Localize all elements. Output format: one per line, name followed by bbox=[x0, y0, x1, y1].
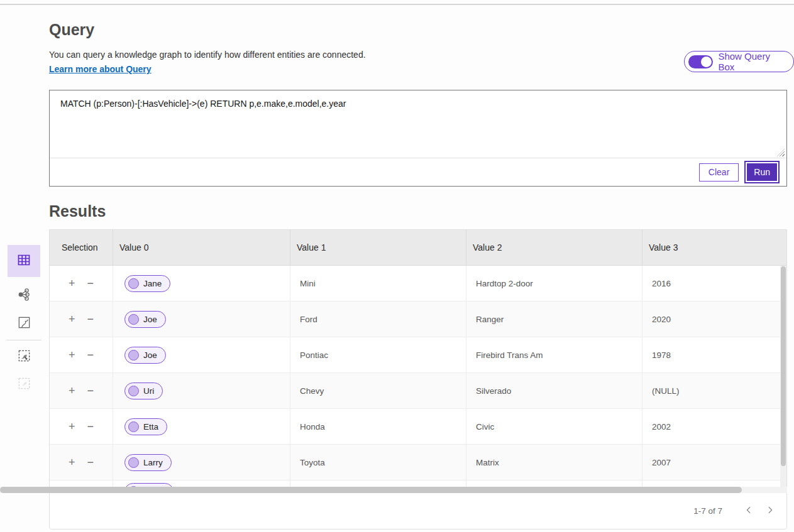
entity-dot-icon bbox=[128, 314, 139, 325]
remove-from-selection-button[interactable]: − bbox=[86, 348, 96, 362]
entity-pill-label: Jane bbox=[143, 279, 162, 288]
chevron-right-icon bbox=[765, 505, 775, 517]
previous-page-button[interactable] bbox=[741, 503, 756, 518]
horizontal-scrollbar-thumb[interactable] bbox=[0, 487, 742, 493]
map-icon bbox=[17, 315, 31, 332]
cell-value1: Ford bbox=[290, 301, 466, 337]
view-toggle-sidebar bbox=[6, 245, 41, 398]
table-row: + − Uri Chevy Silverado (NULL) bbox=[50, 373, 786, 409]
toggle-label: Show Query Box bbox=[718, 51, 785, 72]
entity-pill[interactable]: Joe bbox=[124, 347, 166, 364]
entity-pill-label: Joe bbox=[143, 350, 157, 360]
chevron-left-icon bbox=[744, 505, 754, 517]
results-table-panel: SelectionValue 0Value 1Value 2Value 3 + … bbox=[49, 229, 787, 529]
cell-value3: 1978 bbox=[642, 337, 786, 372]
entity-dot-icon bbox=[128, 278, 139, 289]
remove-from-selection-button[interactable]: − bbox=[86, 455, 96, 469]
sidebar-divider bbox=[6, 340, 41, 340]
page-title: Query bbox=[49, 21, 94, 39]
entity-dot-icon bbox=[128, 386, 139, 396]
remove-from-selection-button[interactable]: − bbox=[86, 276, 96, 290]
cell-value1: Chevy bbox=[290, 373, 466, 408]
cell-value3: 2016 bbox=[642, 266, 786, 301]
cell-value2: Silverado bbox=[466, 373, 642, 408]
entity-pill-label: Larry bbox=[143, 458, 163, 467]
entity-pill[interactable]: Etta bbox=[124, 418, 167, 435]
table-icon bbox=[16, 252, 31, 270]
entity-pill[interactable]: Jane bbox=[124, 275, 170, 292]
cell-value1: Honda bbox=[290, 409, 466, 444]
entity-dot-icon bbox=[128, 421, 139, 432]
column-header: Value 0 bbox=[113, 230, 290, 265]
query-box: MATCH (p:Person)-[:HasVehicle]->(e) RETU… bbox=[49, 90, 787, 187]
table-header-row: SelectionValue 0Value 1Value 2Value 3 bbox=[50, 230, 786, 266]
results-title: Results bbox=[49, 202, 106, 220]
entity-dot-icon bbox=[128, 457, 139, 468]
cell-value3: (NULL) bbox=[642, 373, 786, 408]
partial-row bbox=[50, 480, 786, 487]
link-chart-view-button[interactable] bbox=[8, 282, 40, 310]
page-range-label: 1-7 of 7 bbox=[693, 506, 722, 516]
clear-button[interactable]: Clear bbox=[699, 163, 739, 182]
cell-value2: Civic bbox=[466, 409, 642, 444]
show-query-box-toggle[interactable]: Show Query Box bbox=[684, 51, 794, 72]
query-footer: Clear Run bbox=[50, 158, 786, 186]
table-row: + − Larry Toyota Matrix 2007 bbox=[50, 445, 786, 480]
add-to-selection-button[interactable]: + bbox=[67, 384, 77, 398]
table-body: + − Jane Mini Hardtop 2-door 2016 + − Jo… bbox=[50, 266, 786, 480]
horizontal-scrollbar[interactable] bbox=[0, 487, 787, 493]
cell-value2: Firebird Trans Am bbox=[466, 337, 642, 372]
map-view-button[interactable] bbox=[8, 310, 40, 337]
table-row: + − Etta Honda Civic 2002 bbox=[50, 409, 786, 445]
cell-value1: Pontiac bbox=[290, 337, 466, 372]
table-row: + − Jane Mini Hardtop 2-door 2016 bbox=[50, 266, 786, 301]
add-to-selection-button[interactable]: + bbox=[67, 455, 77, 469]
column-header: Value 2 bbox=[466, 230, 642, 265]
remove-from-selection-button[interactable]: − bbox=[86, 384, 96, 398]
table-row: + − Joe Pontiac Firebird Trans Am 1978 bbox=[50, 337, 786, 373]
column-header: Selection bbox=[50, 230, 113, 265]
column-header: Value 3 bbox=[642, 230, 786, 265]
cell-value3: 2007 bbox=[642, 445, 786, 480]
add-to-selection-button[interactable]: + bbox=[67, 420, 77, 433]
cell-value3: 2020 bbox=[642, 301, 786, 337]
cell-value3: 2002 bbox=[642, 409, 786, 444]
selection-link-chart-button[interactable] bbox=[8, 343, 40, 371]
link-chart-icon bbox=[16, 287, 31, 305]
top-divider bbox=[0, 4, 794, 5]
entity-pill[interactable]: Uri bbox=[124, 383, 163, 399]
run-button[interactable]: Run bbox=[744, 161, 780, 183]
remove-from-selection-button[interactable]: − bbox=[86, 312, 96, 326]
vertical-scrollbar-thumb[interactable] bbox=[781, 266, 786, 466]
page-description: You can query a knowledge graph to ident… bbox=[49, 50, 366, 60]
selection-map-button[interactable] bbox=[8, 371, 40, 398]
cell-value2: Hardtop 2-door bbox=[466, 266, 642, 301]
learn-more-link[interactable]: Learn more about Query bbox=[49, 64, 152, 74]
entity-pill-label: Etta bbox=[143, 422, 158, 432]
map-selection-disabled-icon bbox=[17, 376, 31, 393]
add-to-selection-button[interactable]: + bbox=[67, 312, 77, 326]
map-selection-icon bbox=[17, 349, 31, 366]
cell-value2: Ranger bbox=[466, 301, 642, 337]
remove-from-selection-button[interactable]: − bbox=[86, 420, 96, 433]
table-view-button[interactable] bbox=[8, 245, 40, 277]
add-to-selection-button[interactable]: + bbox=[67, 276, 77, 290]
entity-pill-label: Uri bbox=[143, 386, 154, 396]
query-input[interactable]: MATCH (p:Person)-[:HasVehicle]->(e) RETU… bbox=[50, 90, 786, 158]
entity-dot-icon bbox=[128, 350, 139, 361]
cell-value2: Matrix bbox=[466, 445, 642, 480]
toggle-switch-icon[interactable] bbox=[688, 55, 713, 68]
pagination-bar: 1-7 of 7 bbox=[50, 492, 786, 529]
vertical-scrollbar[interactable] bbox=[780, 266, 786, 487]
entity-pill-label: Joe bbox=[143, 315, 157, 324]
cell-value1: Mini bbox=[290, 266, 466, 301]
table-row: + − Joe Ford Ranger 2020 bbox=[50, 301, 786, 337]
column-header: Value 1 bbox=[290, 230, 466, 265]
next-page-button[interactable] bbox=[763, 503, 778, 518]
entity-pill[interactable]: Larry bbox=[124, 454, 172, 471]
entity-pill[interactable]: Joe bbox=[124, 311, 166, 328]
cell-value1: Toyota bbox=[290, 445, 466, 480]
add-to-selection-button[interactable]: + bbox=[67, 348, 77, 362]
toggle-knob bbox=[701, 57, 712, 67]
